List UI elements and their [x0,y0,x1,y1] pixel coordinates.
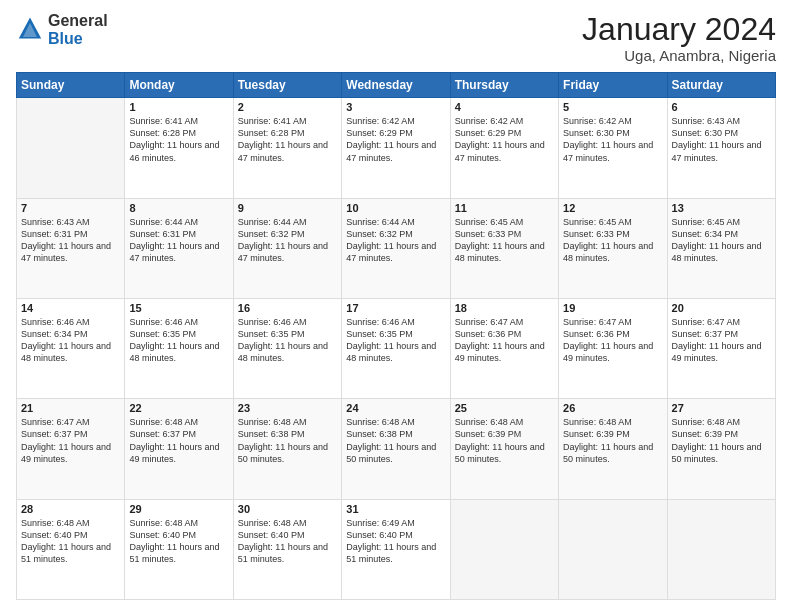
day-info: Sunrise: 6:42 AMSunset: 6:30 PMDaylight:… [563,115,662,164]
page: General Blue January 2024 Uga, Anambra, … [0,0,792,612]
calendar-week-1: 1Sunrise: 6:41 AMSunset: 6:28 PMDaylight… [17,98,776,198]
col-header-sunday: Sunday [17,73,125,98]
day-number: 28 [21,503,120,515]
calendar-week-3: 14Sunrise: 6:46 AMSunset: 6:34 PMDayligh… [17,298,776,398]
day-info: Sunrise: 6:44 AMSunset: 6:31 PMDaylight:… [129,216,228,265]
calendar-cell: 15Sunrise: 6:46 AMSunset: 6:35 PMDayligh… [125,298,233,398]
calendar-cell: 23Sunrise: 6:48 AMSunset: 6:38 PMDayligh… [233,399,341,499]
calendar-cell: 2Sunrise: 6:41 AMSunset: 6:28 PMDaylight… [233,98,341,198]
main-title: January 2024 [582,12,776,47]
day-info: Sunrise: 6:48 AMSunset: 6:40 PMDaylight:… [238,517,337,566]
logo: General Blue [16,12,108,47]
day-number: 29 [129,503,228,515]
col-header-tuesday: Tuesday [233,73,341,98]
calendar-cell: 7Sunrise: 6:43 AMSunset: 6:31 PMDaylight… [17,198,125,298]
day-number: 1 [129,101,228,113]
day-info: Sunrise: 6:41 AMSunset: 6:28 PMDaylight:… [238,115,337,164]
day-number: 12 [563,202,662,214]
calendar-cell: 21Sunrise: 6:47 AMSunset: 6:37 PMDayligh… [17,399,125,499]
calendar-cell: 3Sunrise: 6:42 AMSunset: 6:29 PMDaylight… [342,98,450,198]
day-number: 14 [21,302,120,314]
calendar-cell: 14Sunrise: 6:46 AMSunset: 6:34 PMDayligh… [17,298,125,398]
day-number: 2 [238,101,337,113]
calendar-cell: 25Sunrise: 6:48 AMSunset: 6:39 PMDayligh… [450,399,558,499]
day-number: 8 [129,202,228,214]
day-info: Sunrise: 6:46 AMSunset: 6:35 PMDaylight:… [238,316,337,365]
sub-title: Uga, Anambra, Nigeria [582,47,776,64]
day-info: Sunrise: 6:47 AMSunset: 6:36 PMDaylight:… [563,316,662,365]
calendar-cell: 12Sunrise: 6:45 AMSunset: 6:33 PMDayligh… [559,198,667,298]
day-number: 21 [21,402,120,414]
logo-blue: Blue [48,30,108,48]
calendar-header-row: SundayMondayTuesdayWednesdayThursdayFrid… [17,73,776,98]
calendar-week-2: 7Sunrise: 6:43 AMSunset: 6:31 PMDaylight… [17,198,776,298]
day-number: 7 [21,202,120,214]
day-info: Sunrise: 6:42 AMSunset: 6:29 PMDaylight:… [346,115,445,164]
day-info: Sunrise: 6:47 AMSunset: 6:37 PMDaylight:… [21,416,120,465]
day-number: 31 [346,503,445,515]
day-number: 15 [129,302,228,314]
day-info: Sunrise: 6:46 AMSunset: 6:34 PMDaylight:… [21,316,120,365]
day-number: 11 [455,202,554,214]
day-info: Sunrise: 6:49 AMSunset: 6:40 PMDaylight:… [346,517,445,566]
calendar-cell: 6Sunrise: 6:43 AMSunset: 6:30 PMDaylight… [667,98,775,198]
day-number: 6 [672,101,771,113]
day-info: Sunrise: 6:44 AMSunset: 6:32 PMDaylight:… [238,216,337,265]
calendar-cell: 28Sunrise: 6:48 AMSunset: 6:40 PMDayligh… [17,499,125,599]
day-info: Sunrise: 6:45 AMSunset: 6:34 PMDaylight:… [672,216,771,265]
day-number: 26 [563,402,662,414]
day-number: 17 [346,302,445,314]
logo-text: General Blue [48,12,108,47]
day-info: Sunrise: 6:48 AMSunset: 6:40 PMDaylight:… [129,517,228,566]
calendar-cell [559,499,667,599]
day-info: Sunrise: 6:43 AMSunset: 6:31 PMDaylight:… [21,216,120,265]
calendar-week-5: 28Sunrise: 6:48 AMSunset: 6:40 PMDayligh… [17,499,776,599]
calendar-cell: 10Sunrise: 6:44 AMSunset: 6:32 PMDayligh… [342,198,450,298]
day-info: Sunrise: 6:45 AMSunset: 6:33 PMDaylight:… [455,216,554,265]
day-number: 18 [455,302,554,314]
header: General Blue January 2024 Uga, Anambra, … [16,12,776,64]
calendar-cell: 31Sunrise: 6:49 AMSunset: 6:40 PMDayligh… [342,499,450,599]
day-info: Sunrise: 6:48 AMSunset: 6:39 PMDaylight:… [455,416,554,465]
col-header-monday: Monday [125,73,233,98]
day-info: Sunrise: 6:44 AMSunset: 6:32 PMDaylight:… [346,216,445,265]
day-number: 9 [238,202,337,214]
day-info: Sunrise: 6:46 AMSunset: 6:35 PMDaylight:… [129,316,228,365]
calendar-body: 1Sunrise: 6:41 AMSunset: 6:28 PMDaylight… [17,98,776,600]
calendar-cell [667,499,775,599]
day-number: 20 [672,302,771,314]
col-header-saturday: Saturday [667,73,775,98]
logo-icon [16,16,44,44]
calendar-cell: 16Sunrise: 6:46 AMSunset: 6:35 PMDayligh… [233,298,341,398]
day-info: Sunrise: 6:48 AMSunset: 6:38 PMDaylight:… [346,416,445,465]
day-info: Sunrise: 6:48 AMSunset: 6:37 PMDaylight:… [129,416,228,465]
day-info: Sunrise: 6:46 AMSunset: 6:35 PMDaylight:… [346,316,445,365]
calendar-cell: 1Sunrise: 6:41 AMSunset: 6:28 PMDaylight… [125,98,233,198]
day-info: Sunrise: 6:42 AMSunset: 6:29 PMDaylight:… [455,115,554,164]
day-number: 23 [238,402,337,414]
calendar-cell: 8Sunrise: 6:44 AMSunset: 6:31 PMDaylight… [125,198,233,298]
day-number: 4 [455,101,554,113]
day-number: 16 [238,302,337,314]
day-info: Sunrise: 6:47 AMSunset: 6:37 PMDaylight:… [672,316,771,365]
day-number: 10 [346,202,445,214]
calendar-cell [17,98,125,198]
calendar-cell: 24Sunrise: 6:48 AMSunset: 6:38 PMDayligh… [342,399,450,499]
calendar-cell: 22Sunrise: 6:48 AMSunset: 6:37 PMDayligh… [125,399,233,499]
day-number: 19 [563,302,662,314]
calendar-cell: 30Sunrise: 6:48 AMSunset: 6:40 PMDayligh… [233,499,341,599]
day-number: 27 [672,402,771,414]
day-info: Sunrise: 6:48 AMSunset: 6:39 PMDaylight:… [563,416,662,465]
day-info: Sunrise: 6:41 AMSunset: 6:28 PMDaylight:… [129,115,228,164]
calendar-table: SundayMondayTuesdayWednesdayThursdayFrid… [16,72,776,600]
col-header-friday: Friday [559,73,667,98]
day-number: 3 [346,101,445,113]
calendar-cell: 19Sunrise: 6:47 AMSunset: 6:36 PMDayligh… [559,298,667,398]
day-info: Sunrise: 6:48 AMSunset: 6:39 PMDaylight:… [672,416,771,465]
logo-general: General [48,12,108,30]
title-block: January 2024 Uga, Anambra, Nigeria [582,12,776,64]
col-header-wednesday: Wednesday [342,73,450,98]
calendar-cell: 17Sunrise: 6:46 AMSunset: 6:35 PMDayligh… [342,298,450,398]
calendar-cell: 9Sunrise: 6:44 AMSunset: 6:32 PMDaylight… [233,198,341,298]
day-number: 25 [455,402,554,414]
